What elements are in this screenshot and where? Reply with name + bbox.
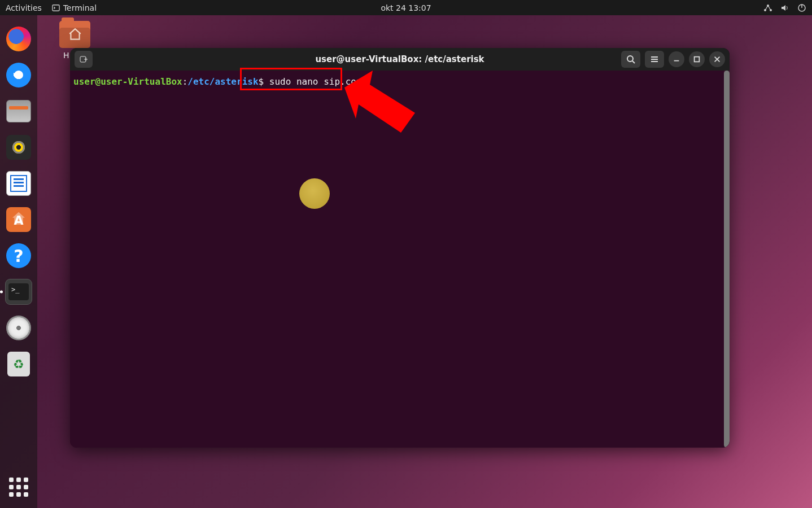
clock[interactable]: okt 24 13:07	[381, 3, 431, 12]
svg-rect-0	[53, 5, 59, 11]
power-icon[interactable]	[797, 3, 806, 12]
dock-rhythmbox[interactable]	[5, 133, 33, 161]
svg-point-9	[627, 56, 633, 62]
software-icon	[6, 207, 31, 232]
topbar-app-label: Terminal	[63, 3, 97, 12]
dock: ? >_	[0, 15, 37, 508]
writer-icon	[6, 171, 31, 196]
help-icon: ?	[6, 243, 31, 268]
prompt-command: sudo nano sip.conf	[264, 76, 367, 87]
dock-thunderbird[interactable]	[5, 61, 33, 89]
dock-terminal[interactable]: >_	[5, 278, 33, 306]
minimize-icon	[673, 55, 680, 63]
terminal-title: user@user-VirtualBox: /etc/asterisk	[315, 54, 484, 64]
terminal-body[interactable]: user@user-VirtualBox:/etc/asterisk$ sudo…	[70, 71, 730, 448]
close-icon	[713, 55, 721, 63]
prompt-path: /etc/asterisk	[187, 76, 258, 87]
terminal-icon	[52, 4, 60, 12]
new-tab-button[interactable]	[75, 51, 93, 68]
files-icon	[6, 100, 31, 122]
prompt-separator: :	[182, 76, 188, 87]
desktop-home-folder[interactable]	[59, 21, 90, 48]
terminal-titlebar[interactable]: user@user-VirtualBox: /etc/asterisk	[70, 48, 730, 71]
activities-button[interactable]: Activities	[6, 3, 42, 12]
new-tab-icon	[79, 55, 88, 64]
prompt-userhost: user@user-VirtualBox	[73, 76, 182, 87]
network-icon[interactable]	[763, 3, 772, 12]
search-icon	[626, 55, 635, 64]
maximize-icon	[693, 55, 701, 63]
dock-disc[interactable]	[5, 314, 33, 342]
dock-files[interactable]	[5, 97, 33, 125]
dock-writer[interactable]	[5, 169, 33, 198]
speaker-icon	[6, 135, 31, 160]
volume-icon[interactable]	[780, 3, 789, 12]
thunderbird-icon	[6, 63, 31, 87]
dock-software[interactable]	[5, 205, 33, 234]
hamburger-icon	[650, 55, 659, 64]
search-button[interactable]	[621, 51, 640, 68]
terminal-app-icon: >_	[5, 279, 32, 305]
maximize-button[interactable]	[689, 51, 705, 67]
dock-trash[interactable]	[5, 350, 33, 378]
home-icon	[59, 21, 90, 48]
prompt-symbol: $	[259, 76, 264, 87]
minimize-button[interactable]	[669, 51, 684, 67]
topbar-current-app[interactable]: Terminal	[52, 3, 97, 12]
top-bar: Activities Terminal okt 24 13:07	[0, 0, 812, 15]
terminal-window: user@user-VirtualBox: /etc/asterisk user…	[70, 48, 730, 448]
svg-rect-15	[695, 57, 700, 62]
close-button[interactable]	[709, 51, 725, 67]
firefox-icon	[6, 27, 31, 51]
dock-help[interactable]: ?	[5, 242, 33, 270]
dock-firefox[interactable]	[5, 25, 33, 53]
terminal-glyph: >_	[8, 283, 29, 300]
trash-icon	[7, 352, 30, 376]
show-applications-button[interactable]	[5, 473, 33, 501]
hamburger-menu-button[interactable]	[645, 51, 664, 68]
svg-line-10	[632, 61, 635, 63]
desktop-home-label: H	[63, 51, 69, 60]
disc-icon	[6, 316, 31, 340]
terminal-scrollbar[interactable]	[724, 71, 730, 448]
